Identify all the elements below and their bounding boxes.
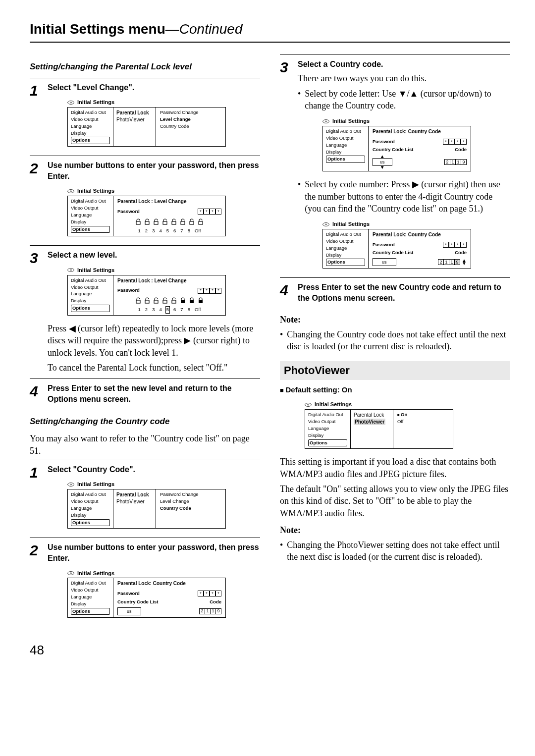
title-continued: —Continued	[165, 21, 243, 37]
lock-open-icon	[144, 218, 151, 225]
lock-closed-icon	[188, 297, 195, 304]
lock-open-icon	[153, 218, 160, 225]
level-locks	[117, 218, 221, 225]
cc-step-2: 2 Use number buttons to enter your passw…	[30, 538, 260, 626]
step-number: 4	[30, 383, 48, 399]
pv-note-label: Note:	[280, 524, 510, 536]
step-3: 3 Select a new level. Initial Settings D…	[30, 245, 260, 378]
right-step-4: 4 Press Enter to set the new Country cod…	[280, 277, 510, 308]
disc-icon	[67, 268, 74, 272]
step-1-text: Select "Level Change".	[48, 82, 260, 93]
pv-paragraph-1: This setting is important if you load a …	[280, 456, 510, 480]
lock-open-icon	[197, 218, 204, 225]
cc-step-1: 1 Select "Country Code". Initial Setting…	[30, 460, 260, 538]
panel-level-change-menu: Initial Settings Digital Audio Out Video…	[67, 98, 226, 147]
step-1: 1 Select "Level Change". Initial Setting…	[30, 78, 260, 156]
panel-level-select: Initial Settings Digital Audio Out Video…	[67, 266, 226, 316]
panel-cc-number: Initial Settings Digital Audio Out Video…	[322, 219, 471, 269]
panel-nav: Digital Audio Out Video Output Language …	[68, 108, 113, 146]
step-4-text: Press Enter to set the new level and ret…	[48, 383, 260, 404]
up-down-icon: ▲▼	[462, 259, 467, 265]
lock-open-icon	[188, 218, 195, 225]
default-setting: Default setting: On	[280, 385, 510, 395]
lock-open-icon	[135, 297, 142, 304]
lock-open-icon	[170, 218, 177, 225]
step-number: 1	[30, 82, 48, 98]
panel-cc-letter: Initial Settings Digital Audio Out Video…	[322, 116, 471, 171]
panel-photoviewer: Initial Settings Digital Audio Out Video…	[305, 400, 453, 449]
step-number: 3	[30, 250, 48, 266]
panel-cc-password: Initial Settings Digital Audio Out Video…	[67, 569, 226, 618]
subhead-country-code: Setting/changing the Country code	[30, 416, 260, 428]
panel-mid: Parental Lock PhotoViewer	[113, 108, 156, 146]
photoviewer-heading: PhotoViewer	[280, 361, 510, 380]
note-label: Note:	[280, 314, 510, 325]
lock-open-icon	[161, 218, 168, 225]
step-2-text: Use number buttons to enter your passwor…	[48, 160, 260, 181]
step-3-body-1: Press ◀ (cursor left) repeatedly to lock…	[48, 323, 260, 359]
disc-icon	[305, 402, 312, 407]
panel-options: Password Change Level Change Country Cod…	[156, 108, 225, 146]
lock-open-icon	[153, 297, 160, 304]
disc-icon	[322, 119, 329, 124]
right-column: 3 Select a Country code. There are two w…	[280, 54, 510, 627]
up-down-icon: ▲us▼	[373, 155, 392, 169]
disc-icon	[67, 571, 74, 576]
panel-cc-menu: Initial Settings Digital Audio Out Video…	[67, 480, 226, 529]
lock-closed-icon	[179, 297, 186, 304]
lock-open-icon	[179, 218, 186, 225]
level-numbers: 12345678Off	[117, 228, 221, 234]
left-column: Setting/changing the Parental Lock level…	[30, 54, 260, 627]
pv-paragraph-2: The default "On" setting allows you to v…	[280, 483, 510, 519]
lock-open-icon	[135, 218, 142, 225]
step-4: 4 Press Enter to set the new level and r…	[30, 378, 260, 409]
lock-closed-icon	[197, 297, 204, 304]
disc-icon	[67, 100, 74, 105]
disc-icon	[67, 482, 74, 487]
step-3-body-2: To cancel the Parental Lock function, se…	[48, 362, 260, 374]
page-title: Initial Settings menu—Continued	[30, 20, 510, 43]
step-2: 2 Use number buttons to enter your passw…	[30, 156, 260, 245]
page-number: 48	[30, 642, 510, 659]
disc-icon	[322, 222, 329, 227]
step-3-text: Select a new level.	[48, 250, 260, 261]
right-step-3: 3 Select a Country code. There are two w…	[280, 54, 510, 278]
code-digits: 2119	[199, 608, 221, 614]
disc-icon	[67, 189, 74, 194]
password-field: ****	[198, 209, 221, 215]
lock-open-icon	[161, 297, 168, 304]
lock-open-icon	[170, 297, 177, 304]
subhead-parental-lock: Setting/changing the Parental Lock level	[30, 61, 260, 73]
panel-level-password: Initial Settings Digital Audio Out Video…	[67, 186, 226, 236]
step-number: 2	[30, 160, 48, 176]
lock-open-icon	[144, 297, 151, 304]
cc-intro: You may also want to refer to the "Count…	[30, 432, 260, 457]
title-main: Initial Settings menu	[30, 21, 165, 37]
